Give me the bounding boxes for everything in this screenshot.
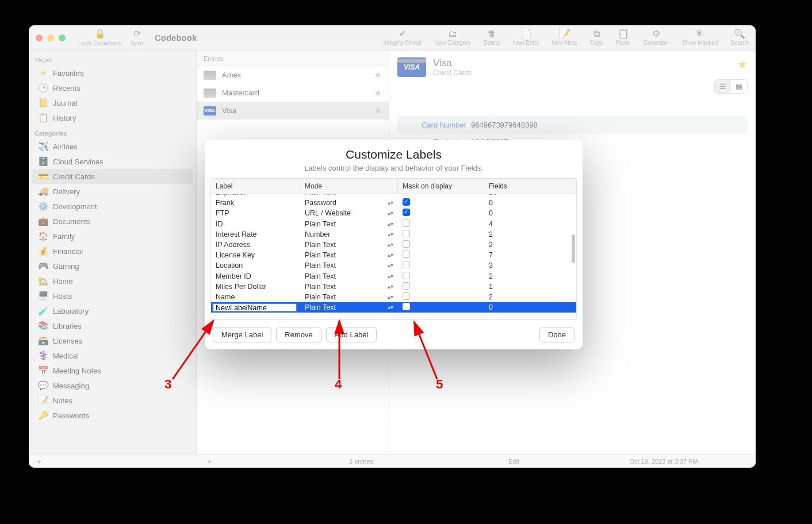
mode-cell[interactable]: Plain Text▴▾ (300, 303, 398, 311)
label-name-input[interactable]: NewLabelName (212, 303, 297, 312)
label-row[interactable]: Miles Per DollarPlain Text▴▾1 (211, 282, 576, 292)
mask-cell[interactable] (398, 261, 484, 270)
mask-checkbox[interactable] (403, 240, 410, 248)
mode-cell[interactable]: Plain Text▴▾ (300, 241, 398, 249)
col-mode[interactable]: Mode (300, 179, 398, 194)
col-label[interactable]: Label (211, 179, 300, 194)
mask-checkbox[interactable] (403, 198, 410, 206)
generator-button[interactable]: ⚙︎Generator (643, 29, 669, 46)
mode-cell[interactable]: Plain Text▴▾ (300, 261, 398, 269)
sidebar-category-notes[interactable]: 📝Notes (32, 393, 193, 408)
add-label-button[interactable]: Add Label (326, 327, 377, 342)
show-masked-button[interactable]: 👁Show Masked (681, 29, 718, 46)
label-row[interactable]: Interest RateNumber▴▾2 (211, 229, 576, 240)
label-row[interactable]: FTPURL / Website▴▾0 (211, 208, 576, 218)
favorite-star-icon[interactable]: ★ (737, 57, 748, 71)
lock-button[interactable]: 🔒 Lock Codebook (78, 29, 122, 47)
done-button[interactable]: Done (539, 327, 574, 342)
sidebar-category-libraries[interactable]: 📚Libraries (32, 318, 193, 333)
sidebar-category-airlines[interactable]: ✈️Airlines (32, 139, 193, 154)
label-row[interactable]: IDPlain Text▴▾4 (211, 219, 576, 229)
sidebar-category-development[interactable]: ⚙️Development (32, 199, 193, 214)
maximize-icon[interactable] (59, 34, 66, 41)
new-category-button[interactable]: 🗂New Category (434, 29, 470, 46)
mask-checkbox[interactable] (403, 219, 410, 227)
sidebar-view-recents[interactable]: 🕒Recents (32, 80, 193, 95)
sidebar-category-cloud-services[interactable]: 🗄️Cloud Services (32, 154, 193, 169)
new-note-button[interactable]: 📝New Note (552, 29, 577, 46)
label-row[interactable]: LocationPlain Text▴▾3 (211, 260, 576, 271)
sidebar-category-licenses[interactable]: 🗃️Licenses (32, 333, 193, 348)
col-fields[interactable]: Fields (484, 179, 576, 194)
integrity-button[interactable]: ✔︎Integrity Check (384, 29, 422, 46)
close-icon[interactable] (36, 34, 43, 41)
mask-cell[interactable] (398, 240, 484, 249)
mode-cell[interactable]: Plain Text▴▾ (300, 251, 398, 259)
mode-cell[interactable]: Plain Text▴▾ (300, 293, 398, 301)
entry-amex[interactable]: Amex★ (197, 66, 389, 84)
mask-checkbox[interactable] (403, 230, 410, 237)
copy-button[interactable]: ⧉Copy (590, 29, 603, 46)
mask-cell[interactable] (398, 198, 484, 207)
mask-checkbox[interactable] (403, 251, 410, 258)
mask-cell[interactable] (398, 292, 484, 302)
mode-cell[interactable]: Plain Text▴▾ (300, 194, 398, 196)
mask-checkbox[interactable] (403, 261, 410, 268)
field-row[interactable]: Card Number9649673979648398 (397, 116, 748, 134)
mask-cell[interactable] (398, 272, 484, 281)
sidebar-category-home[interactable]: 🏡Home (32, 273, 193, 288)
mode-cell[interactable]: Password▴▾ (300, 199, 398, 207)
star-icon[interactable]: ★ (374, 70, 382, 80)
entry-visa[interactable]: VISAVisa★ (197, 102, 389, 120)
mask-cell[interactable] (398, 194, 484, 197)
entry-mastercard[interactable]: Mastercard★ (197, 84, 389, 102)
mask-checkbox[interactable] (403, 303, 410, 310)
sidebar-view-favorites[interactable]: ★Favorites (32, 66, 193, 80)
mode-cell[interactable]: Plain Text▴▾ (300, 272, 398, 280)
add-entry-button[interactable]: + (205, 457, 214, 466)
label-row[interactable]: ExpirationPlain Text▴▾10 (211, 194, 576, 198)
sidebar-category-hosts[interactable]: 🖥️Hosts (32, 288, 193, 303)
col-mask[interactable]: Mask on display (398, 179, 484, 194)
add-view-button[interactable]: + (35, 457, 44, 466)
mode-cell[interactable]: Number▴▾ (300, 230, 398, 238)
star-icon[interactable]: ★ (374, 105, 382, 116)
star-icon[interactable]: ★ (374, 87, 382, 98)
label-row[interactable]: FrankPassword▴▾0 (211, 198, 576, 208)
search-button[interactable]: 🔍Search (730, 29, 749, 46)
grid-view-icon[interactable]: ▦ (731, 80, 747, 93)
sidebar-category-family[interactable]: 🏠Family (32, 229, 193, 244)
remove-button[interactable]: Remove (276, 327, 321, 342)
mode-cell[interactable]: Plain Text▴▾ (300, 283, 398, 291)
window-controls[interactable] (36, 34, 66, 41)
sidebar-category-documents[interactable]: 💼Documents (32, 214, 193, 229)
new-entry-button[interactable]: 📄New Entry (512, 29, 539, 46)
merge-label-button[interactable]: Merge Label (213, 327, 271, 342)
minimize-icon[interactable] (47, 34, 54, 41)
scrollbar-thumb[interactable] (572, 234, 575, 263)
mask-checkbox[interactable] (403, 209, 410, 216)
paste-button[interactable]: 📋Paste (616, 29, 631, 46)
sidebar-category-financial[interactable]: 💰Financial (32, 244, 193, 259)
view-toggle[interactable]: ☰ ▦ (714, 79, 748, 94)
mask-cell[interactable] (398, 230, 484, 239)
mask-checkbox[interactable] (403, 282, 410, 290)
mask-checkbox[interactable] (403, 292, 410, 300)
sidebar-category-medical[interactable]: ⚕️Medical (32, 348, 193, 363)
sidebar-category-gaming[interactable]: 🎮Gaming (32, 259, 193, 273)
sidebar-category-credit-cards[interactable]: 💳Credit Cards (32, 169, 193, 184)
label-row[interactable]: NamePlain Text▴▾2 (211, 292, 576, 302)
sidebar-view-history[interactable]: 📋History (32, 110, 193, 125)
mode-cell[interactable]: Plain Text▴▾ (300, 220, 398, 228)
mask-cell[interactable] (398, 251, 484, 260)
mask-cell[interactable] (398, 209, 484, 218)
delete-button[interactable]: 🗑Delete (484, 29, 500, 46)
sidebar-category-laboratory[interactable]: 🧪Laboratory (32, 303, 193, 318)
mask-cell[interactable] (398, 282, 484, 291)
sidebar-category-meeting-notes[interactable]: 📅Meeting Notes (32, 363, 193, 378)
sidebar-view-journal[interactable]: 📒Journal (32, 95, 193, 110)
label-row[interactable]: IP AddressPlain Text▴▾2 (211, 240, 576, 250)
list-view-icon[interactable]: ☰ (715, 80, 731, 93)
mask-cell[interactable] (398, 219, 484, 229)
label-row[interactable]: NewLabelNamePlain Text▴▾0 (211, 302, 576, 313)
